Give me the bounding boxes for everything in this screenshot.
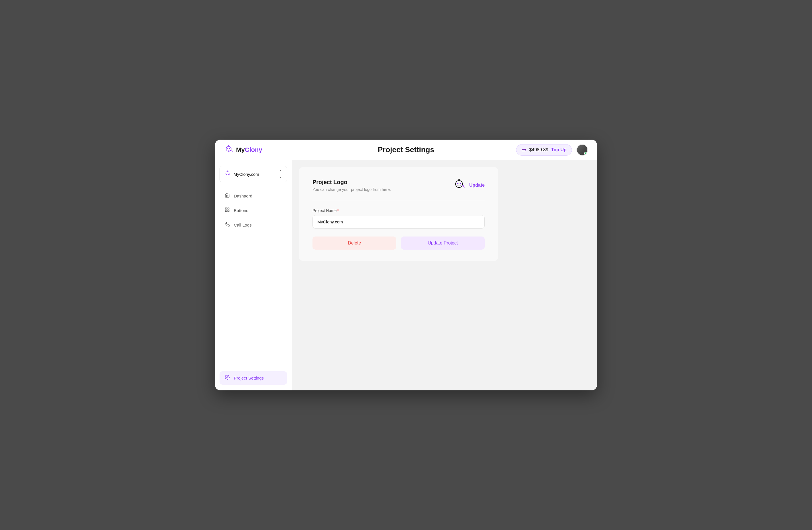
logo-text: MyClony: [236, 146, 262, 153]
project-selector-icon: [224, 171, 231, 178]
update-project-button[interactable]: Update Project: [401, 236, 485, 250]
svg-point-16: [457, 183, 458, 185]
required-indicator: *: [337, 208, 339, 213]
body: MyClony.com ⌃⌄ Dashaord: [215, 160, 597, 391]
project-selector-name: MyClony.com: [233, 172, 259, 177]
project-selector-left: MyClony.com: [224, 171, 259, 178]
svg-point-2: [229, 148, 230, 149]
logo-section-right: Update: [453, 178, 485, 192]
logo-section: Project Logo You can change your project…: [313, 178, 485, 200]
svg-rect-10: [225, 208, 227, 209]
project-name-input[interactable]: [313, 215, 485, 229]
balance-amount: $4989.89: [529, 147, 548, 152]
topup-button[interactable]: Top Up: [551, 147, 566, 152]
project-name-group: Project Name*: [313, 208, 485, 229]
header: MyClony Project Settings ▭ $4989.89 Top …: [215, 139, 597, 160]
chevron-updown-icon: ⌃⌄: [279, 170, 282, 179]
sidebar-item-call-logs[interactable]: Call Logs: [219, 218, 287, 232]
svg-point-14: [227, 377, 228, 378]
delete-button[interactable]: Delete: [313, 236, 396, 250]
home-icon: [224, 193, 230, 199]
buttons-icon: [224, 207, 230, 214]
avatar[interactable]: [577, 144, 588, 156]
svg-point-15: [455, 181, 462, 188]
project-selector[interactable]: MyClony.com ⌃⌄: [219, 166, 287, 182]
dashboard-label: Dashaord: [234, 193, 252, 198]
svg-point-7: [228, 173, 228, 173]
sidebar-item-dashboard[interactable]: Dashaord: [219, 189, 287, 203]
svg-point-5: [226, 172, 229, 175]
sidebar-item-project-settings[interactable]: Project Settings: [219, 371, 287, 385]
nav-bottom: Project Settings: [219, 371, 287, 385]
svg-rect-13: [228, 210, 229, 212]
svg-rect-11: [228, 208, 229, 209]
page-title: Project Settings: [378, 145, 434, 154]
svg-point-1: [227, 148, 228, 149]
logo-icon: [224, 145, 233, 155]
form-actions: Delete Update Project: [313, 236, 485, 250]
balance-pill: ▭ $4989.89 Top Up: [516, 144, 572, 156]
logo-area: MyClony: [224, 145, 262, 155]
logo-section-left: Project Logo You can change your project…: [313, 179, 391, 192]
call-logs-icon: [224, 222, 230, 228]
svg-point-17: [460, 183, 461, 185]
main-content: Project Logo You can change your project…: [292, 160, 597, 391]
settings-icon: [224, 375, 230, 381]
logo-section-description: You can change your project logo from he…: [313, 187, 391, 192]
call-logs-label: Call Logs: [234, 223, 252, 227]
svg-point-9: [227, 171, 228, 171]
project-logo-preview: [453, 178, 465, 192]
logo-section-title: Project Logo: [313, 179, 391, 186]
online-dot: [584, 152, 587, 155]
sidebar-item-buttons[interactable]: Buttons: [219, 204, 287, 217]
nav-menu: Dashaord Buttons: [219, 189, 287, 371]
project-name-label: Project Name*: [313, 208, 485, 213]
wallet-icon: ▭: [521, 147, 526, 153]
app-window: MyClony Project Settings ▭ $4989.89 Top …: [215, 139, 597, 391]
project-settings-label: Project Settings: [234, 376, 264, 380]
svg-point-6: [227, 173, 227, 173]
svg-rect-12: [225, 210, 227, 212]
header-right: ▭ $4989.89 Top Up: [516, 144, 588, 156]
settings-card: Project Logo You can change your project…: [299, 167, 498, 261]
svg-point-0: [226, 146, 231, 151]
buttons-label: Buttons: [234, 208, 248, 213]
update-logo-button[interactable]: Update: [469, 183, 485, 188]
svg-point-19: [459, 179, 460, 180]
svg-point-4: [228, 145, 229, 146]
sidebar: MyClony.com ⌃⌄ Dashaord: [215, 160, 292, 391]
